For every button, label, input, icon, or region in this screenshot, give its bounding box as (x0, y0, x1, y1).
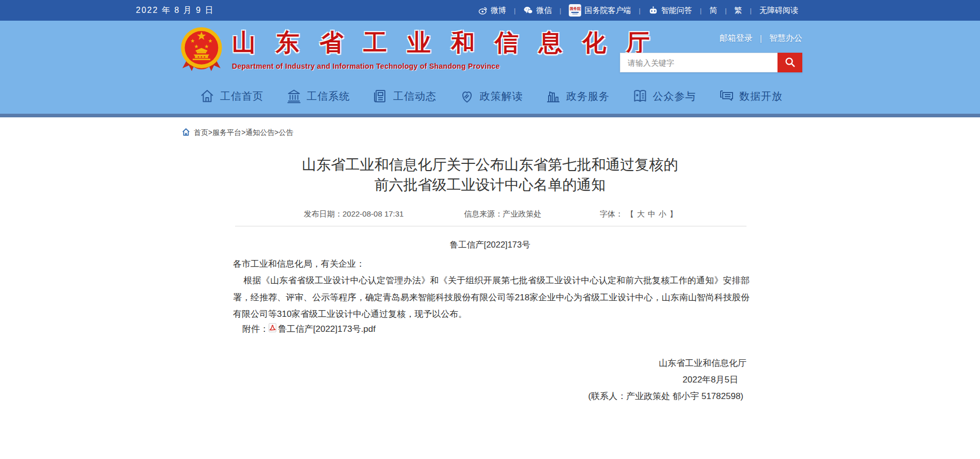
attachment-label: 附件： (242, 323, 269, 335)
wechat-icon (523, 6, 533, 15)
header-divider-strip (0, 114, 980, 117)
article-paragraph: 根据《山东省省级工业设计中心认定管理办法》和《关于组织开展第七批省级工业设计中心… (233, 272, 750, 323)
search-box (620, 53, 802, 72)
gov-client-link[interactable]: 国务院 国务院客户端 (569, 4, 631, 17)
nav-item-policy[interactable]: 政策解读 (459, 88, 523, 104)
breadcrumb-path[interactable]: 首页>服务平台>通知公告>公告 (194, 128, 293, 137)
weibo-icon (478, 6, 488, 15)
national-emblem-icon (178, 25, 225, 74)
document-number: 鲁工信产[2022]173号 (0, 239, 980, 251)
attachment-row: 附件： 鲁工信产[2022]173号.pdf (242, 323, 376, 335)
signature-contact: (联系人：产业政策处 郁小宇 51782598) (233, 388, 750, 405)
nav-item-participation[interactable]: 公众参与 (632, 88, 696, 104)
topbar: 2022 年 8 月 9 日 微博 | 微信 | 国务院 国务院客户端 | (0, 0, 980, 21)
article-title-line2: 前六批省级工业设计中心名单的通知 (0, 175, 980, 195)
participation-icon (632, 88, 648, 104)
pdf-icon (269, 323, 276, 335)
simplified-chinese-link[interactable]: 简 (709, 6, 717, 16)
policy-icon (459, 88, 475, 104)
site-header: 山 东 省 工 业 和 信 息 化 厅 Department of Indust… (0, 21, 980, 114)
data-icon (718, 88, 735, 104)
accessibility-link[interactable]: 无障碍阅读 (759, 6, 798, 16)
font-size-large[interactable]: 大 (637, 209, 645, 219)
font-size-label: 字体： (600, 209, 623, 219)
topbar-links: 微博 | 微信 | 国务院 国务院客户端 | 智能问答 | 简 | (478, 0, 798, 21)
site-title: 山 东 省 工 业 和 信 息 化 厅 (232, 27, 657, 59)
main-content: 首页>服务平台>通知公告>公告 山东省工业和信息化厅关于公布山东省第七批和通过复… (0, 117, 980, 459)
attachment-link[interactable]: 鲁工信产[2022]173号.pdf (269, 323, 376, 335)
signature-block: 山东省工业和信息化厅 2022年8月5日 (联系人：产业政策处 郁小宇 5178… (233, 355, 750, 405)
breadcrumb: 首页>服务平台>通知公告>公告 (182, 128, 293, 137)
article-title: 山东省工业和信息化厅关于公布山东省第七批和通过复核的 前六批省级工业设计中心名单… (0, 155, 980, 195)
publish-date: 发布日期：2022-08-08 17:31 (304, 209, 403, 219)
separator: | (760, 34, 762, 43)
nav-item-system[interactable]: 工信系统 (286, 88, 350, 104)
font-size-medium[interactable]: 中 (648, 209, 656, 219)
traditional-chinese-link[interactable]: 繁 (735, 6, 742, 16)
salutation: 各市工业和信息化局，有关企业： (233, 258, 365, 270)
signature-date: 2022年8月5日 (233, 372, 750, 388)
gov-client-icon: 国务院 (569, 4, 581, 17)
nav-item-services[interactable]: 政务服务 (545, 88, 610, 104)
home-icon (199, 88, 215, 104)
font-size-control: 字体：【大中小】 (600, 209, 677, 219)
nav-item-news[interactable]: 工信动态 (372, 88, 437, 104)
info-source: 信息来源：产业政策处 (464, 209, 541, 219)
breadcrumb-home-icon[interactable] (182, 128, 190, 137)
header-quick-links: 邮箱登录 | 智慧办公 (720, 33, 802, 44)
nav-item-data[interactable]: 数据开放 (718, 88, 783, 104)
article-title-line1: 山东省工业和信息化厅关于公布山东省第七批和通过复核的 (0, 155, 980, 175)
main-nav: 工信首页 工信系统 工信动态 政策解读 政务服务 (199, 88, 783, 104)
search-input[interactable] (620, 53, 777, 72)
site-logo[interactable]: 山 东 省 工 业 和 信 息 化 厅 Department of Indust… (178, 25, 657, 74)
signature-org: 山东省工业和信息化厅 (233, 355, 750, 372)
topbar-date: 2022 年 8 月 9 日 (136, 5, 214, 16)
separator: | (559, 7, 561, 14)
wechat-link[interactable]: 微信 (523, 6, 552, 16)
article-meta: 发布日期：2022-08-08 17:31 信息来源：产业政策处 字体：【大中小… (235, 209, 746, 221)
attachment-file-name: 鲁工信产[2022]173号.pdf (278, 323, 376, 335)
separator: | (750, 7, 752, 14)
search-button[interactable] (777, 53, 802, 72)
separator: | (639, 7, 640, 14)
mailbox-login-link[interactable]: 邮箱登录 (720, 33, 753, 44)
separator: | (725, 7, 726, 14)
smart-qa-link[interactable]: 智能问答 (648, 6, 692, 16)
smart-office-link[interactable]: 智慧办公 (769, 33, 802, 44)
nav-item-home[interactable]: 工信首页 (199, 88, 263, 104)
search-icon (784, 56, 796, 69)
separator: | (514, 7, 516, 14)
services-icon (545, 88, 562, 104)
weibo-link[interactable]: 微博 (478, 6, 506, 16)
meta-divider (235, 226, 746, 226)
font-size-small[interactable]: 小 (659, 209, 666, 219)
robot-icon (648, 6, 658, 16)
bank-icon (286, 88, 302, 104)
site-subtitle: Department of Industry and Information T… (232, 62, 657, 70)
news-icon (372, 88, 388, 104)
separator: | (700, 7, 702, 14)
